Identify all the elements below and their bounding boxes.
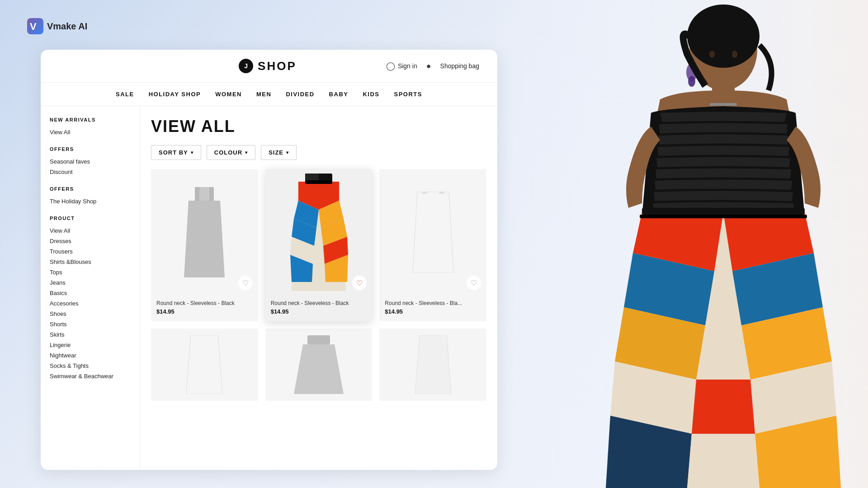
search-button[interactable]: ● xyxy=(426,61,431,71)
product-card-2[interactable]: ♡ Round neck - Sleeveless - Black $14.95 xyxy=(265,169,373,321)
sidebar-link-tops[interactable]: Tops xyxy=(50,267,131,277)
sidebar: NEW ARRIVALS View All OFFERS Seasonal fa… xyxy=(41,106,140,470)
sidebar-link-accesories[interactable]: Accesories xyxy=(50,298,131,309)
sidebar-link-trousers[interactable]: Trousers xyxy=(50,246,131,257)
product-grid: ♡ Round neck - Sleeveless - Black $14.95 xyxy=(151,169,486,401)
sidebar-link-basics[interactable]: Basics xyxy=(50,288,131,298)
gray-skirt-svg xyxy=(294,335,344,394)
sidebar-link-lingerie[interactable]: Lingerie xyxy=(50,340,131,350)
wishlist-button-2[interactable]: ♡ xyxy=(352,276,367,290)
colour-chevron-icon: ▾ xyxy=(245,150,248,155)
sidebar-link-shorts[interactable]: Shorts xyxy=(50,319,131,329)
product-info-2: Round neck - Sleeveless - Black $14.95 xyxy=(265,296,373,321)
sign-in-button[interactable]: ◯ Sign in xyxy=(386,61,417,71)
nav-item-holiday[interactable]: HOLIDAY SHOP xyxy=(149,89,201,99)
sidebar-link-view-all-product[interactable]: View All xyxy=(50,225,131,236)
filter-bar: SORT BY ▾ COLOUR ▾ SIZE ▾ xyxy=(151,145,486,160)
sidebar-link-seasonal[interactable]: Seasonal faves xyxy=(50,156,131,167)
sidebar-link-dresses[interactable]: Dresses xyxy=(50,236,131,246)
svg-rect-3 xyxy=(195,187,199,201)
sidebar-section-new-arrivals: NEW ARRIVALS xyxy=(50,117,131,122)
shop-content: NEW ARRIVALS View All OFFERS Seasonal fa… xyxy=(41,106,497,470)
main-area: VIEW ALL SORT BY ▾ COLOUR ▾ SIZE ▾ xyxy=(140,106,497,470)
model-photo xyxy=(461,0,868,488)
product-price-2: $14.95 xyxy=(271,308,367,315)
page-title: VIEW ALL xyxy=(151,117,486,136)
sidebar-section-offers-1: OFFERS xyxy=(50,146,131,152)
shop-logo-circle: J xyxy=(239,59,253,73)
product-image-5 xyxy=(265,328,373,401)
sidebar-section-offers-2: OFFERS xyxy=(50,186,131,192)
colour-button[interactable]: COLOUR ▾ xyxy=(207,145,255,160)
vmake-logo: V Vmake AI xyxy=(27,18,87,34)
shop-nav: SALE HOLIDAY SHOP WOMEN MEN DIVIDED BABY… xyxy=(41,83,497,106)
gray-dress-svg xyxy=(175,187,234,277)
svg-rect-13 xyxy=(642,208,805,215)
svg-rect-7 xyxy=(422,192,427,194)
svg-point-17 xyxy=(687,5,760,68)
product-image-1: ♡ xyxy=(151,169,258,296)
shop-logo-area: J SHOP xyxy=(239,59,297,73)
white-item2-svg xyxy=(410,335,456,394)
svg-rect-8 xyxy=(439,192,444,194)
model-figure-svg xyxy=(488,0,868,488)
vmake-logo-icon: V xyxy=(27,18,43,34)
svg-point-18 xyxy=(709,51,715,58)
sort-chevron-icon: ▾ xyxy=(191,150,193,155)
product-name-2: Round neck - Sleeveless - Black xyxy=(271,300,367,306)
sidebar-link-shirts-blouses[interactable]: Shirts &Blouses xyxy=(50,257,131,267)
nav-item-kids[interactable]: KIDS xyxy=(363,89,379,99)
nav-item-divided[interactable]: DIVIDED xyxy=(286,89,314,99)
product-image-4 xyxy=(151,328,258,401)
size-chevron-icon: ▾ xyxy=(286,150,289,155)
user-icon: ◯ xyxy=(386,61,395,71)
product-price-1: $14.95 xyxy=(156,308,253,315)
nav-item-baby[interactable]: BABY xyxy=(329,89,349,99)
product-card-4[interactable] xyxy=(151,328,258,401)
nav-item-sale[interactable]: SALE xyxy=(116,89,134,99)
sidebar-link-jeans[interactable]: Jeans xyxy=(50,277,131,288)
product-image-2: ♡ xyxy=(265,169,373,296)
sidebar-link-socks[interactable]: Socks & Tights xyxy=(50,361,131,371)
svg-rect-20 xyxy=(710,103,737,106)
shop-header: J SHOP ◯ Sign in ● Shopping bag xyxy=(41,50,497,83)
sidebar-link-skirts[interactable]: Skirts xyxy=(50,329,131,340)
svg-rect-6 xyxy=(305,180,332,184)
vmake-logo-text: Vmake AI xyxy=(47,21,87,32)
product-card-5[interactable] xyxy=(265,328,373,401)
product-card-1[interactable]: ♡ Round neck - Sleeveless - Black $14.95 xyxy=(151,169,258,321)
wishlist-button-1[interactable]: ♡ xyxy=(238,276,253,290)
white-item-svg xyxy=(182,335,227,394)
sidebar-link-shoes[interactable]: Shoes xyxy=(50,309,131,319)
svg-rect-14 xyxy=(640,215,807,218)
sidebar-link-holiday-shop[interactable]: The Holiday Shop xyxy=(50,196,131,206)
svg-point-19 xyxy=(732,51,737,58)
nav-item-women[interactable]: WOMEN xyxy=(215,89,242,99)
product-name-1: Round neck - Sleeveless - Black xyxy=(156,300,253,306)
product-info-1: Round neck - Sleeveless - Black $14.95 xyxy=(151,296,258,321)
sidebar-link-view-all-new[interactable]: View All xyxy=(50,127,131,137)
sort-by-button[interactable]: SORT BY ▾ xyxy=(151,145,201,160)
size-button[interactable]: SIZE ▾ xyxy=(261,145,297,160)
nav-item-sports[interactable]: SPORTS xyxy=(394,89,422,99)
sidebar-link-swimwear[interactable]: Swimwear & Beachwear xyxy=(50,371,131,381)
search-icon: ● xyxy=(426,61,431,71)
sidebar-link-discount[interactable]: Discount xyxy=(50,167,131,177)
white-top-svg xyxy=(404,192,462,273)
svg-rect-4 xyxy=(209,187,214,201)
shop-card: J SHOP ◯ Sign in ● Shopping bag SALE HOL… xyxy=(41,50,497,470)
nav-item-men[interactable]: MEN xyxy=(256,89,271,99)
shop-title: SHOP xyxy=(258,59,297,73)
sidebar-link-nightwear[interactable]: Nightwear xyxy=(50,350,131,361)
sidebar-section-product: PROUCT xyxy=(50,216,131,221)
colorful-dress-svg xyxy=(280,174,357,291)
svg-rect-9 xyxy=(307,335,330,344)
svg-text:V: V xyxy=(30,21,37,32)
svg-point-16 xyxy=(688,76,695,87)
